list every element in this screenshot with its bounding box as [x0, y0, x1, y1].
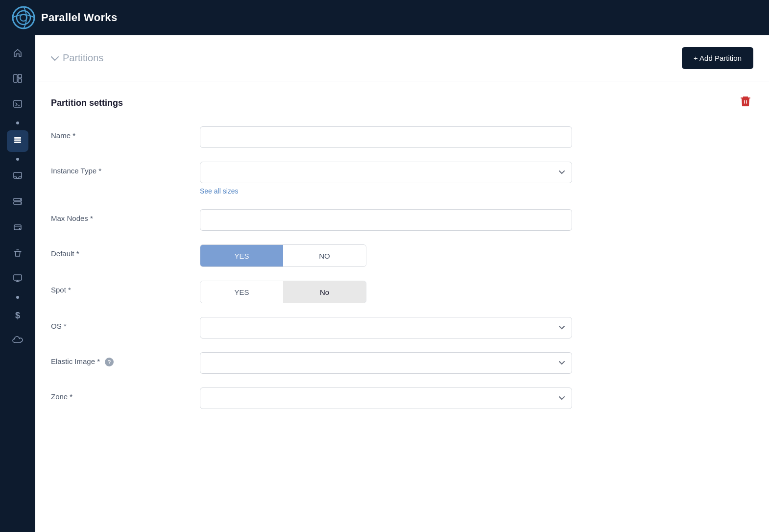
svg-rect-17 — [14, 275, 22, 280]
topbar: Parallel Works — [0, 0, 769, 35]
max-nodes-control — [200, 209, 572, 231]
chevron-down-icon — [51, 52, 59, 64]
sidebar-dot-1 — [16, 121, 19, 124]
os-control — [200, 317, 572, 339]
sidebar-item-bucket[interactable] — [7, 243, 28, 265]
partitions-label: Partitions — [63, 52, 103, 64]
spot-control: YES No — [200, 281, 572, 303]
cloud-icon — [12, 336, 23, 346]
zone-label: Zone * — [51, 387, 188, 401]
instance-type-label: Instance Type * — [51, 162, 188, 175]
instance-type-select[interactable] — [200, 162, 572, 183]
sidebar-item-layout[interactable] — [7, 69, 28, 90]
terminal-icon — [13, 99, 23, 111]
zone-select[interactable] — [200, 387, 572, 409]
billing-icon: $ — [15, 311, 20, 321]
svg-rect-10 — [14, 172, 22, 178]
monitor-icon — [13, 273, 23, 286]
svg-rect-5 — [18, 79, 22, 82]
svg-rect-9 — [14, 142, 21, 143]
os-select[interactable] — [200, 317, 572, 339]
default-label: Default * — [51, 244, 188, 258]
database-icon — [13, 135, 23, 147]
svg-point-13 — [20, 199, 21, 200]
zone-control — [200, 387, 572, 409]
svg-rect-3 — [14, 74, 17, 82]
spot-no-button[interactable]: No — [283, 281, 366, 303]
svg-point-14 — [20, 202, 21, 203]
main-panel: Partitions + Add Partition Partition set… — [35, 35, 769, 532]
elastic-image-select[interactable] — [200, 352, 572, 374]
instance-type-field-row: Instance Type * See all sizes — [51, 162, 753, 195]
svg-rect-8 — [14, 139, 21, 141]
svg-point-16 — [19, 228, 21, 229]
spot-field-row: Spot * YES No — [51, 281, 753, 303]
app-name: Parallel Works — [41, 11, 117, 24]
sidebar-item-terminal[interactable] — [7, 94, 28, 116]
svg-rect-4 — [18, 74, 22, 78]
trash-icon — [740, 95, 751, 108]
spot-toggle-group: YES No — [200, 281, 366, 303]
sidebar-dot-3 — [16, 296, 19, 299]
default-yes-button[interactable]: YES — [200, 245, 283, 266]
default-control: YES NO — [200, 244, 572, 267]
inbox-icon — [13, 171, 23, 184]
elastic-image-label: Elastic Image * ? — [51, 352, 188, 366]
svg-point-0 — [13, 7, 34, 28]
storage-icon — [13, 197, 23, 209]
default-no-button[interactable]: NO — [283, 245, 366, 266]
layout-icon — [13, 73, 23, 86]
name-field-row: Name * — [51, 126, 753, 148]
partition-settings-title: Partition settings — [51, 98, 123, 108]
name-control — [200, 126, 572, 148]
sidebar-dot-2 — [16, 158, 19, 161]
instance-type-control: See all sizes — [200, 162, 572, 195]
os-field-row: OS * — [51, 317, 753, 339]
spot-label: Spot * — [51, 281, 188, 294]
sidebar-item-storage[interactable] — [7, 192, 28, 214]
max-nodes-input[interactable] — [200, 209, 572, 231]
default-toggle-group: YES NO — [200, 244, 366, 267]
see-all-sizes-link[interactable]: See all sizes — [200, 187, 239, 195]
sidebar: $ — [0, 35, 35, 532]
name-input[interactable] — [200, 126, 572, 148]
bucket-icon — [13, 248, 23, 260]
zone-field-row: Zone * — [51, 387, 753, 409]
spot-yes-button[interactable]: YES — [200, 281, 283, 303]
add-partition-button[interactable]: + Add Partition — [682, 47, 753, 69]
elastic-image-help-icon[interactable]: ? — [105, 358, 114, 366]
drive-icon — [13, 222, 23, 235]
sidebar-item-cloud[interactable] — [7, 330, 28, 352]
default-field-row: Default * YES NO — [51, 244, 753, 267]
logo: Parallel Works — [12, 6, 117, 29]
max-nodes-label: Max Nodes * — [51, 209, 188, 222]
sidebar-item-home[interactable] — [7, 43, 28, 65]
sidebar-item-inbox[interactable] — [7, 167, 28, 188]
partitions-header: Partitions + Add Partition — [35, 35, 769, 81]
main-layout: $ Partitions — [0, 35, 769, 532]
os-label: OS * — [51, 317, 188, 330]
svg-rect-7 — [14, 137, 21, 139]
svg-rect-6 — [14, 100, 22, 107]
delete-partition-button[interactable] — [738, 93, 753, 113]
name-label: Name * — [51, 126, 188, 140]
content-area: Partitions + Add Partition Partition set… — [35, 35, 769, 532]
elastic-image-field-row: Elastic Image * ? — [51, 352, 753, 374]
partition-settings: Partition settings Name * — [35, 81, 769, 446]
svg-point-1 — [17, 11, 30, 24]
elastic-image-control — [200, 352, 572, 374]
partitions-title: Partitions — [51, 52, 103, 64]
partition-settings-header: Partition settings — [51, 93, 753, 113]
home-icon — [13, 48, 23, 60]
sidebar-item-monitor[interactable] — [7, 268, 28, 290]
sidebar-item-billing[interactable]: $ — [7, 305, 28, 326]
logo-icon — [12, 6, 35, 29]
sidebar-item-drive[interactable] — [7, 218, 28, 239]
max-nodes-field-row: Max Nodes * — [51, 209, 753, 231]
sidebar-item-database[interactable] — [7, 130, 28, 152]
